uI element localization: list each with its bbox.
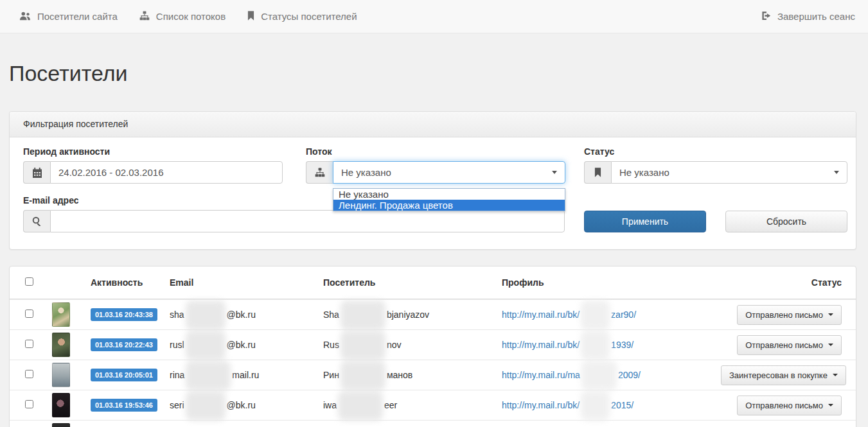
email-text: @bk.ru: [227, 400, 256, 410]
nav-item-site-visitors[interactable]: Посетители сайта: [19, 11, 118, 22]
profile-link[interactable]: http://my.mail.ru/ma2009/: [502, 370, 641, 380]
table-row: 01.03.16 20:05:01 rinamail.ru Ринманов h…: [10, 360, 856, 390]
redacted-blur: [341, 331, 385, 360]
bookmark-icon: [584, 161, 611, 184]
redacted-blur: [581, 361, 617, 390]
bookmark-icon: [247, 11, 254, 22]
avatar: [52, 423, 70, 427]
select-all-checkbox[interactable]: [25, 277, 33, 286]
redacted-blur: [581, 301, 610, 330]
redacted-blur: [338, 391, 383, 421]
activity-time-badge: 01.03.16 20:43:38: [91, 308, 157, 321]
period-label: Период активности: [23, 146, 283, 157]
profile-link[interactable]: http://my.mail.ru/bk/1939/: [502, 340, 633, 350]
row-checkbox[interactable]: [25, 370, 33, 378]
visitors-table: Активность Email Посетитель Профиль Стат…: [9, 266, 856, 427]
row-checkbox[interactable]: [25, 400, 33, 408]
avatar: [52, 302, 70, 327]
caret-down-icon: [828, 313, 833, 316]
status-form-group: Статус Не указано: [584, 146, 847, 184]
email-text: @bk.ru: [227, 340, 256, 350]
visitor-name: iwa: [323, 400, 337, 410]
header-email: Email: [170, 277, 323, 288]
period-input[interactable]: [50, 161, 283, 184]
nav-item-label: Статусы посетителей: [261, 11, 357, 22]
redacted-blur: [581, 391, 610, 421]
email-text: rusl: [170, 340, 184, 350]
redacted-blur: [341, 301, 385, 330]
status-dropdown-button[interactable]: Отправлено письмо: [737, 335, 842, 355]
status-label: Статус: [584, 146, 847, 157]
header-activity: Активность: [91, 277, 170, 288]
visitor-name: Rus: [323, 340, 339, 350]
visitor-name: Sha: [323, 309, 339, 320]
redacted-blur: [581, 331, 610, 360]
table-row-partial: [10, 420, 856, 427]
header-status: Статус: [721, 277, 856, 288]
apply-button[interactable]: Применить: [584, 211, 706, 232]
status-select[interactable]: Не указано: [611, 161, 847, 184]
flow-label: Поток: [306, 146, 565, 157]
redacted-blur: [186, 391, 226, 421]
period-form-group: Период активности: [23, 146, 283, 184]
sitemap-icon: [306, 161, 333, 184]
email-search-input[interactable]: [50, 210, 565, 232]
page-title: Посетители: [9, 60, 868, 86]
status-dropdown-button[interactable]: Заинтересован в покупке: [721, 365, 846, 385]
redacted-blur: [186, 331, 226, 360]
header-visitor: Посетитель: [323, 277, 502, 288]
caret-down-icon: [828, 344, 833, 346]
nav-item-visitor-statuses[interactable]: Статусы посетителей: [247, 11, 357, 22]
table-header-row: Активность Email Посетитель Профиль Стат…: [10, 266, 856, 299]
filter-panel: Фильтрация посетителей Период активности…: [9, 111, 856, 250]
flow-option-not-specified[interactable]: Не указано: [333, 189, 565, 200]
visitor-name: nov: [387, 340, 402, 350]
table-row: 01.03.16 20:43:38 sha@bk.ru Shabjaniyazo…: [10, 299, 856, 329]
activity-time-badge: 01.03.16 19:53:46: [91, 399, 157, 412]
logout-label: Завершить сеанс: [777, 11, 855, 22]
flow-form-group: Поток Не указано Не указано Лендинг. Про…: [306, 146, 565, 184]
table-row: 01.03.16 20:22:43 rusl@bk.ru Rusnov http…: [10, 329, 856, 360]
status-selected-value: Не указано: [619, 167, 669, 178]
visitor-name: eer: [384, 400, 397, 410]
profile-link[interactable]: http://my.mail.ru/bk/zar90/: [502, 309, 636, 320]
header-profile: Профиль: [502, 277, 721, 288]
visitor-name: Рин: [323, 370, 339, 380]
status-dropdown-button[interactable]: Отправлено письмо: [737, 396, 842, 415]
profile-link[interactable]: http://my.mail.ru/bk/2015/: [502, 400, 633, 410]
flow-selected-value: Не указано: [341, 167, 391, 178]
search-icon: [23, 210, 50, 232]
email-text: seri: [170, 400, 184, 410]
avatar: [52, 363, 70, 387]
redacted-blur: [341, 361, 385, 390]
activity-time-badge: 01.03.16 20:22:43: [91, 338, 157, 351]
reset-button[interactable]: Сбросить: [725, 211, 847, 232]
row-checkbox[interactable]: [25, 340, 33, 348]
email-text: @bk.ru: [227, 309, 256, 320]
filter-panel-title: Фильтрация посетителей: [10, 112, 856, 137]
caret-down-icon: [833, 374, 838, 376]
users-icon: [19, 11, 31, 22]
status-dropdown-button[interactable]: Отправлено письмо: [737, 305, 842, 325]
logout-button[interactable]: Завершить сеанс: [761, 11, 855, 22]
caret-down-icon: [828, 404, 833, 406]
visitor-name: bjaniyazov: [387, 309, 429, 320]
flow-select[interactable]: Не указано: [333, 161, 565, 184]
email-text: mail.ru: [232, 370, 259, 380]
email-text: rina: [170, 370, 184, 380]
flow-option-landing-flowers[interactable]: Лендинг. Продажа цветов: [333, 200, 565, 211]
activity-time-badge: 01.03.16 20:05:01: [91, 369, 157, 381]
visitor-name: манов: [387, 370, 412, 380]
chevron-down-icon: [834, 171, 839, 174]
sitemap-icon: [139, 11, 150, 22]
chevron-down-icon: [552, 171, 557, 174]
top-navbar: Посетители сайта Список потоков Статусы …: [0, 0, 868, 33]
email-text: sha: [170, 309, 184, 320]
row-checkbox[interactable]: [25, 309, 33, 318]
redacted-blur: [186, 301, 226, 330]
nav-item-flow-list[interactable]: Список потоков: [139, 11, 226, 22]
flow-dropdown-list: Не указано Лендинг. Продажа цветов: [333, 188, 565, 211]
avatar: [52, 393, 70, 417]
calendar-icon: [23, 161, 50, 184]
redacted-blur: [186, 361, 231, 390]
